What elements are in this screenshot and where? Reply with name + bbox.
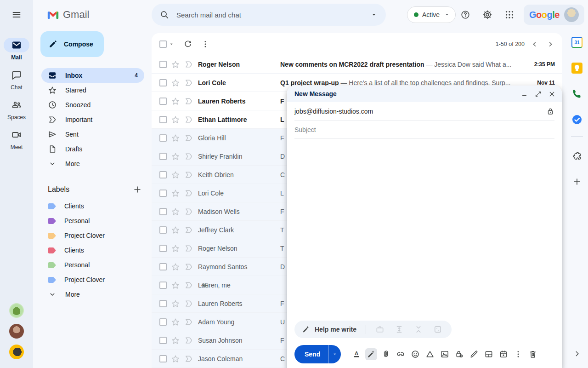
- close-icon[interactable]: [547, 89, 556, 98]
- star-icon[interactable]: [171, 207, 180, 216]
- star-icon[interactable]: [171, 336, 180, 345]
- avatar-yellow-portrait[interactable]: [9, 345, 24, 359]
- star-icon[interactable]: [171, 317, 180, 327]
- star-icon[interactable]: [171, 115, 180, 124]
- label-item-clients[interactable]: Clients: [41, 199, 144, 213]
- newer-page-chevron-icon[interactable]: [529, 39, 540, 50]
- trash-icon[interactable]: [527, 348, 539, 360]
- send-button[interactable]: Send: [294, 345, 328, 363]
- star-icon[interactable]: [171, 281, 180, 290]
- google-apps-grid-icon[interactable]: [500, 6, 519, 24]
- retry-icon[interactable]: [433, 325, 442, 334]
- row-checkbox[interactable]: [159, 263, 167, 270]
- star-icon[interactable]: [171, 97, 180, 106]
- expand-panel-chevron-icon[interactable]: [571, 347, 583, 360]
- star-icon[interactable]: [171, 133, 180, 143]
- label-item-project-clover[interactable]: Project Clover: [41, 272, 144, 287]
- schedule-icon[interactable]: [498, 348, 509, 360]
- message-body-field[interactable]: [287, 224, 562, 322]
- select-all-checkbox[interactable]: [159, 40, 167, 48]
- send-options-caret-icon[interactable]: [328, 345, 341, 363]
- row-checkbox[interactable]: [159, 337, 167, 344]
- importance-marker-icon[interactable]: [184, 317, 193, 327]
- row-checkbox[interactable]: [159, 208, 167, 215]
- more-options-icon[interactable]: [512, 348, 524, 360]
- minimize-icon[interactable]: [520, 89, 529, 98]
- row-checkbox[interactable]: [159, 79, 167, 86]
- search-bar[interactable]: Search mail and chat: [152, 4, 386, 26]
- addons-puzzle-icon[interactable]: [571, 150, 583, 162]
- refresh-icon[interactable]: [183, 40, 192, 49]
- importance-marker-icon[interactable]: [184, 152, 193, 161]
- star-icon[interactable]: [171, 262, 180, 271]
- labels-more[interactable]: More: [41, 287, 144, 302]
- help-icon[interactable]: [456, 6, 475, 24]
- row-checkbox[interactable]: [159, 171, 167, 178]
- importance-marker-icon[interactable]: [184, 244, 193, 253]
- profile-avatar[interactable]: [564, 7, 579, 22]
- tasks-icon[interactable]: [571, 113, 583, 126]
- open-in-full-icon[interactable]: [533, 89, 543, 98]
- label-item-personal[interactable]: Personal: [41, 213, 144, 228]
- main-menu-hamburger-icon[interactable]: [7, 9, 26, 20]
- importance-marker-icon[interactable]: [184, 354, 193, 363]
- emoji-icon[interactable]: [409, 348, 421, 360]
- link-icon[interactable]: [395, 348, 407, 360]
- importance-marker-icon[interactable]: [184, 115, 193, 124]
- importance-marker-icon[interactable]: [184, 60, 193, 69]
- importance-marker-icon[interactable]: [184, 336, 193, 345]
- email-row[interactable]: Roger Nelson New comments on MCR2022 dra…: [152, 55, 562, 74]
- importance-marker-icon[interactable]: [184, 170, 193, 179]
- label-item-project-clover[interactable]: Project Clover: [41, 228, 144, 243]
- star-icon[interactable]: [171, 299, 180, 308]
- importance-marker-icon[interactable]: [184, 281, 193, 290]
- rail-item-meet[interactable]: Meet: [4, 127, 29, 150]
- magic-pen-icon[interactable]: [302, 325, 310, 334]
- row-checkbox[interactable]: [159, 98, 167, 105]
- row-checkbox[interactable]: [159, 282, 167, 289]
- sidebar-item-starred[interactable]: Starred: [41, 83, 144, 98]
- row-checkbox[interactable]: [159, 355, 167, 362]
- select-dropdown-caret-icon[interactable]: [168, 40, 175, 48]
- row-checkbox[interactable]: [159, 226, 167, 234]
- importance-marker-icon[interactable]: [184, 189, 193, 198]
- shorten-icon[interactable]: [414, 325, 423, 334]
- availability-status-selector[interactable]: Active: [407, 6, 456, 23]
- drive-icon[interactable]: [424, 348, 436, 360]
- sidebar-item-snoozed[interactable]: Snoozed: [41, 98, 144, 112]
- importance-marker-icon[interactable]: [184, 97, 193, 106]
- calendar-icon[interactable]: 31: [571, 36, 583, 49]
- more-list-options-icon[interactable]: [201, 40, 210, 49]
- voice-icon[interactable]: [571, 87, 583, 100]
- subject-field[interactable]: Subject: [294, 121, 554, 139]
- row-checkbox[interactable]: [159, 153, 167, 160]
- formalize-icon[interactable]: [375, 325, 384, 334]
- sidebar-item-sent[interactable]: Sent: [41, 127, 144, 142]
- settings-gear-icon[interactable]: [478, 6, 497, 24]
- older-page-chevron-icon[interactable]: [545, 39, 556, 50]
- star-icon[interactable]: [171, 354, 180, 363]
- label-item-personal[interactable]: Personal: [41, 258, 144, 272]
- importance-marker-icon[interactable]: [184, 225, 193, 235]
- add-plus-icon[interactable]: [571, 175, 583, 188]
- recipients-field[interactable]: jobs@diffusion-studios.com: [294, 102, 554, 121]
- star-icon[interactable]: [171, 78, 180, 87]
- sidebar-item-more[interactable]: More: [41, 156, 144, 171]
- elaborate-icon[interactable]: [395, 325, 404, 334]
- signature-icon[interactable]: [468, 348, 480, 360]
- row-checkbox[interactable]: [159, 116, 167, 123]
- create-label-plus-icon[interactable]: [132, 184, 142, 195]
- row-checkbox[interactable]: [159, 61, 167, 68]
- importance-marker-icon[interactable]: [184, 78, 193, 87]
- confidential-icon[interactable]: [453, 348, 465, 360]
- magic-pen-icon[interactable]: [365, 348, 377, 360]
- star-icon[interactable]: [171, 225, 180, 235]
- star-icon[interactable]: [171, 244, 180, 253]
- star-icon[interactable]: [171, 170, 180, 179]
- attach-icon[interactable]: [380, 348, 392, 360]
- label-item-clients[interactable]: Clients: [41, 243, 144, 258]
- sidebar-item-inbox[interactable]: Inbox 4: [41, 68, 144, 83]
- row-checkbox[interactable]: [159, 318, 167, 326]
- search-input[interactable]: Search mail and chat: [176, 11, 241, 19]
- importance-marker-icon[interactable]: [184, 262, 193, 271]
